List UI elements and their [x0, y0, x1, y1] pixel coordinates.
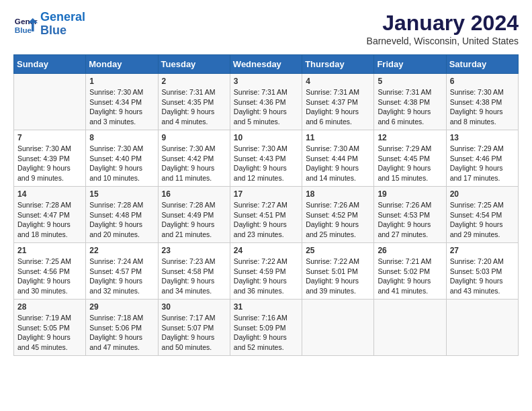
day-number: 7: [17, 133, 82, 142]
title-block: January 2024 Barneveld, Wisconsin, Unite…: [367, 11, 519, 46]
day-number: 6: [450, 77, 515, 86]
calendar-cell: 27Sunrise: 7:20 AMSunset: 5:03 PMDayligh…: [446, 243, 518, 300]
day-header-wednesday: Wednesday: [230, 55, 302, 74]
day-info: Sunrise: 7:25 AMSunset: 4:56 PMDaylight:…: [17, 257, 82, 296]
day-number: 14: [17, 189, 82, 199]
calendar-cell: 25Sunrise: 7:22 AMSunset: 5:01 PMDayligh…: [302, 243, 374, 300]
svg-text:Blue: Blue: [15, 25, 32, 34]
calendar-cell: 8Sunrise: 7:30 AMSunset: 4:40 PMDaylight…: [86, 130, 158, 187]
calendar-cell: 24Sunrise: 7:22 AMSunset: 4:59 PMDayligh…: [230, 243, 302, 300]
day-number: 31: [234, 302, 298, 312]
calendar-cell: 12Sunrise: 7:29 AMSunset: 4:45 PMDayligh…: [374, 130, 446, 187]
day-header-saturday: Saturday: [446, 55, 518, 74]
day-info: Sunrise: 7:16 AMSunset: 5:09 PMDaylight:…: [234, 313, 298, 353]
calendar-cell: 6Sunrise: 7:30 AMSunset: 4:38 PMDaylight…: [446, 74, 518, 130]
calendar-cell: 28Sunrise: 7:19 AMSunset: 5:05 PMDayligh…: [14, 300, 86, 356]
calendar-body: 1Sunrise: 7:30 AMSunset: 4:34 PMDaylight…: [14, 74, 519, 356]
calendar-table: SundayMondayTuesdayWednesdayThursdayFrid…: [13, 54, 519, 356]
calendar-cell: 23Sunrise: 7:23 AMSunset: 4:58 PMDayligh…: [158, 243, 230, 300]
day-info: Sunrise: 7:26 AMSunset: 4:53 PMDaylight:…: [378, 200, 442, 240]
day-info: Sunrise: 7:30 AMSunset: 4:34 PMDaylight:…: [89, 87, 154, 127]
day-info: Sunrise: 7:30 AMSunset: 4:40 PMDaylight:…: [89, 144, 154, 183]
calendar-cell: [302, 300, 374, 356]
logo-text: GeneralBlue: [40, 11, 85, 38]
calendar-cell: 20Sunrise: 7:25 AMSunset: 4:54 PMDayligh…: [446, 187, 518, 243]
calendar-header-row: SundayMondayTuesdayWednesdayThursdayFrid…: [14, 55, 519, 74]
day-info: Sunrise: 7:24 AMSunset: 4:57 PMDaylight:…: [89, 257, 154, 296]
calendar-cell: 29Sunrise: 7:18 AMSunset: 5:06 PMDayligh…: [86, 300, 158, 356]
day-info: Sunrise: 7:19 AMSunset: 5:05 PMDaylight:…: [17, 313, 82, 353]
day-info: Sunrise: 7:26 AMSunset: 4:52 PMDaylight:…: [306, 200, 370, 240]
day-info: Sunrise: 7:27 AMSunset: 4:51 PMDaylight:…: [234, 200, 298, 240]
calendar-cell: 21Sunrise: 7:25 AMSunset: 4:56 PMDayligh…: [14, 243, 86, 300]
day-number: 1: [89, 77, 154, 86]
calendar-cell: 18Sunrise: 7:26 AMSunset: 4:52 PMDayligh…: [302, 187, 374, 243]
day-number: 5: [378, 77, 442, 86]
calendar-cell: 17Sunrise: 7:27 AMSunset: 4:51 PMDayligh…: [230, 187, 302, 243]
day-number: 30: [162, 302, 226, 312]
day-info: Sunrise: 7:30 AMSunset: 4:43 PMDaylight:…: [234, 144, 298, 183]
day-number: 24: [234, 246, 298, 255]
day-number: 2: [162, 77, 226, 86]
day-number: 28: [17, 302, 82, 312]
calendar-week-2: 7Sunrise: 7:30 AMSunset: 4:39 PMDaylight…: [14, 130, 519, 187]
page-header: General Blue GeneralBlue January 2024 Ba…: [13, 11, 519, 46]
day-number: 21: [17, 246, 82, 255]
day-number: 19: [378, 189, 442, 199]
calendar-cell: 22Sunrise: 7:24 AMSunset: 4:57 PMDayligh…: [86, 243, 158, 300]
day-info: Sunrise: 7:18 AMSunset: 5:06 PMDaylight:…: [89, 313, 154, 353]
day-info: Sunrise: 7:29 AMSunset: 4:46 PMDaylight:…: [450, 144, 515, 183]
day-number: 29: [89, 302, 154, 312]
calendar-cell: [14, 74, 86, 130]
day-info: Sunrise: 7:31 AMSunset: 4:36 PMDaylight:…: [234, 87, 298, 127]
day-number: 26: [378, 246, 442, 255]
calendar-cell: 5Sunrise: 7:31 AMSunset: 4:38 PMDaylight…: [374, 74, 446, 130]
day-info: Sunrise: 7:30 AMSunset: 4:44 PMDaylight:…: [306, 144, 370, 183]
calendar-cell: 31Sunrise: 7:16 AMSunset: 5:09 PMDayligh…: [230, 300, 302, 356]
calendar-cell: 16Sunrise: 7:28 AMSunset: 4:49 PMDayligh…: [158, 187, 230, 243]
day-number: 27: [450, 246, 515, 255]
calendar-cell: [446, 300, 518, 356]
month-title: January 2024: [367, 11, 519, 36]
day-number: 13: [450, 133, 515, 142]
location: Barneveld, Wisconsin, United States: [367, 36, 519, 46]
day-info: Sunrise: 7:31 AMSunset: 4:37 PMDaylight:…: [306, 87, 370, 127]
day-number: 12: [378, 133, 442, 142]
day-number: 20: [450, 189, 515, 199]
calendar-cell: 19Sunrise: 7:26 AMSunset: 4:53 PMDayligh…: [374, 187, 446, 243]
calendar-cell: 10Sunrise: 7:30 AMSunset: 4:43 PMDayligh…: [230, 130, 302, 187]
day-info: Sunrise: 7:20 AMSunset: 5:03 PMDaylight:…: [450, 257, 515, 296]
calendar-cell: 3Sunrise: 7:31 AMSunset: 4:36 PMDaylight…: [230, 74, 302, 130]
day-info: Sunrise: 7:21 AMSunset: 5:02 PMDaylight:…: [378, 257, 442, 296]
calendar-cell: 9Sunrise: 7:30 AMSunset: 4:42 PMDaylight…: [158, 130, 230, 187]
day-info: Sunrise: 7:22 AMSunset: 5:01 PMDaylight:…: [306, 257, 370, 296]
day-number: 15: [89, 189, 154, 199]
calendar-cell: 11Sunrise: 7:30 AMSunset: 4:44 PMDayligh…: [302, 130, 374, 187]
day-header-tuesday: Tuesday: [158, 55, 230, 74]
day-header-monday: Monday: [86, 55, 158, 74]
day-header-sunday: Sunday: [14, 55, 86, 74]
calendar-week-1: 1Sunrise: 7:30 AMSunset: 4:34 PMDaylight…: [14, 74, 519, 130]
day-info: Sunrise: 7:29 AMSunset: 4:45 PMDaylight:…: [378, 144, 442, 183]
day-number: 9: [162, 133, 226, 142]
calendar-cell: 13Sunrise: 7:29 AMSunset: 4:46 PMDayligh…: [446, 130, 518, 187]
day-info: Sunrise: 7:17 AMSunset: 5:07 PMDaylight:…: [162, 313, 226, 353]
calendar-cell: 15Sunrise: 7:28 AMSunset: 4:48 PMDayligh…: [86, 187, 158, 243]
calendar-week-3: 14Sunrise: 7:28 AMSunset: 4:47 PMDayligh…: [14, 187, 519, 243]
calendar-cell: 1Sunrise: 7:30 AMSunset: 4:34 PMDaylight…: [86, 74, 158, 130]
day-number: 18: [306, 189, 370, 199]
calendar-cell: [374, 300, 446, 356]
day-info: Sunrise: 7:30 AMSunset: 4:39 PMDaylight:…: [17, 144, 82, 183]
logo-icon: General Blue: [13, 12, 38, 36]
day-info: Sunrise: 7:30 AMSunset: 4:38 PMDaylight:…: [450, 87, 515, 127]
day-info: Sunrise: 7:22 AMSunset: 4:59 PMDaylight:…: [234, 257, 298, 296]
day-info: Sunrise: 7:28 AMSunset: 4:47 PMDaylight:…: [17, 200, 82, 240]
calendar-week-5: 28Sunrise: 7:19 AMSunset: 5:05 PMDayligh…: [14, 300, 519, 356]
day-number: 3: [234, 77, 298, 86]
day-number: 4: [306, 77, 370, 86]
day-number: 25: [306, 246, 370, 255]
day-number: 23: [162, 246, 226, 255]
day-info: Sunrise: 7:31 AMSunset: 4:38 PMDaylight:…: [378, 87, 442, 127]
day-header-friday: Friday: [374, 55, 446, 74]
calendar-cell: 4Sunrise: 7:31 AMSunset: 4:37 PMDaylight…: [302, 74, 374, 130]
